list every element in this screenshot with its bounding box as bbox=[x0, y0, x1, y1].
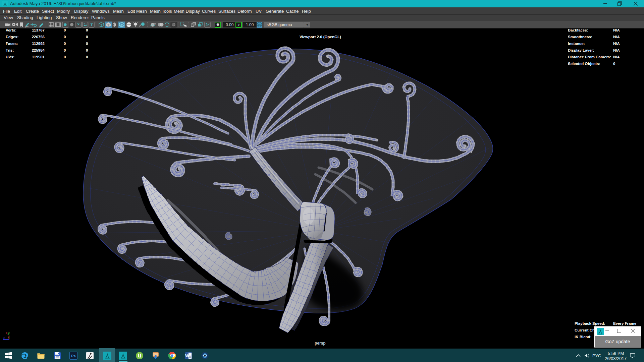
svg-text:z: z bbox=[3, 336, 5, 339]
svg-text:T: T bbox=[91, 23, 93, 27]
svg-text:Ps: Ps bbox=[71, 354, 75, 358]
svg-text:y: y bbox=[8, 331, 10, 335]
svg-text:W: W bbox=[185, 354, 189, 358]
svg-text:x: x bbox=[6, 331, 7, 335]
